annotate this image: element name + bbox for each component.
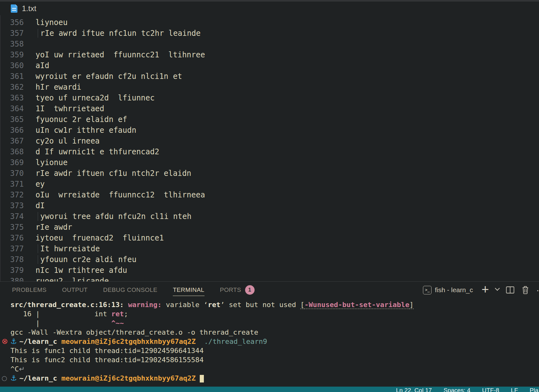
terminal-output[interactable]: src/threrad_create.c:16:13: warning: var… (0, 298, 539, 383)
editor-line[interactable]: 359yoI uw rrietaed ffuunncc21 ltihnree (0, 49, 539, 60)
editor-line[interactable]: 374yworui tree afdu nfcu2n cl1i nteh (0, 211, 539, 222)
status-item[interactable]: Spaces: 4 (444, 387, 471, 392)
line-number: 365 (0, 114, 24, 125)
decoration-gutter (0, 328, 10, 337)
editor-line[interactable]: 367cy2o ul irneea (0, 136, 539, 146)
panel-tab-ports[interactable]: PORTS1 (220, 282, 255, 298)
terminal-cursor (200, 375, 204, 382)
split-terminal-icon[interactable] (506, 286, 515, 294)
code-text: tyeo uf urneca2d lfiunnec (36, 93, 155, 103)
decoration-gutter (0, 364, 10, 374)
editor-line[interactable]: 370rIe awdr iftuen cf1u ntch2r elaidn (0, 168, 539, 179)
status-item[interactable]: LF (511, 387, 518, 392)
code-text: ruoeu2 lricande (36, 276, 109, 281)
decoration-gutter (0, 300, 10, 309)
line-number: 359 (0, 49, 24, 60)
line-number: 371 (0, 179, 24, 190)
kill-terminal-trash-icon[interactable] (521, 286, 529, 294)
editor-line[interactable]: 360aId (0, 60, 539, 71)
terminal-text: src/threrad_create.c:16:13: warning: var… (10, 300, 414, 309)
editor-line[interactable]: 379nIc 1w rtihtree afdu (0, 265, 539, 276)
editor-line[interactable]: 362hIr ewardi (0, 82, 539, 93)
decoration-gutter (0, 346, 10, 355)
tab-1txt[interactable]: 1.txt (0, 2, 44, 15)
terminal-text: This is func1 child thread:tid=129024596… (10, 346, 204, 355)
code-text: iytoeu fruenacd2 fluinnce1 (36, 233, 164, 243)
status-item[interactable]: UTF-8 (482, 387, 499, 392)
panel-tab-label: PORTS (220, 286, 241, 293)
editor-line[interactable]: 378yfouun cr2e aldi nfeu (0, 254, 539, 265)
code-text: ey (36, 179, 45, 190)
status-item[interactable]: Pla (530, 387, 538, 392)
panel-tab-debug-console[interactable]: DEBUG CONSOLE (103, 282, 157, 298)
new-terminal-icon[interactable]: + (482, 283, 489, 296)
editor-line[interactable]: 373dI (0, 200, 539, 211)
panel-tab-problems[interactable]: PROBLEMS (12, 282, 47, 298)
code-text: rIe awdr (36, 222, 72, 233)
editor-line[interactable]: 363tyeo uf urneca2d lfiunnec (0, 93, 539, 103)
editor-line[interactable]: 375rIe awdr (0, 222, 539, 233)
line-number: 360 (0, 60, 24, 71)
editor-line[interactable]: 3641I twhrrietaed (0, 103, 539, 114)
code-text: oIu wrreiatde ffuunncc12 tlhirneea (36, 190, 205, 200)
line-number: 376 (0, 233, 24, 243)
chevron-down-icon[interactable] (495, 286, 500, 291)
line-number: 364 (0, 103, 24, 114)
code-text: fyuonuc 2r elaidn ef (36, 114, 127, 125)
line-number: 362 (0, 82, 24, 93)
ports-count-badge: 1 (245, 285, 255, 295)
editor-pane[interactable]: 356liynoeu357rIe awrd iftue nfc1un tc2hr… (0, 15, 539, 281)
editor-line[interactable]: 372oIu wrreiatde ffuunncc12 tlhirneea (0, 190, 539, 200)
line-number: 356 (0, 17, 24, 28)
editor-line[interactable]: 371ey (0, 179, 539, 190)
line-number: 379 (0, 265, 24, 276)
pending-decoration-icon[interactable]: ○ (0, 374, 10, 383)
line-number: 375 (0, 222, 24, 233)
editor-line[interactable]: 368d If uwrnic1t e thfurencad2 (0, 146, 539, 157)
decoration-gutter (0, 318, 10, 328)
status-bar: Ln 22, Col 17Spaces: 4UTF-8LFPla (0, 387, 539, 392)
editor-line[interactable]: 361wyroiut er efaudn cf2u nlci1n et (0, 71, 539, 82)
line-number: 366 (0, 125, 24, 136)
code-text: cy2o ul irneea (36, 136, 100, 146)
editor-line[interactable]: 369lyionue (0, 157, 539, 168)
editor-line[interactable]: 377It hwrreiatde (0, 243, 539, 254)
editor-line[interactable]: 366uIn cw1r itthre efaudn (0, 125, 539, 136)
vscode-window: 1.txt 356liynoeu357rIe awrd iftue nfc1un… (0, 0, 539, 392)
code-text: dI (36, 200, 45, 211)
panel-tab-output[interactable]: OUTPUT (62, 282, 88, 298)
terminal-text: | ^~~ (10, 318, 124, 328)
terminal-line: This is func2 child thread:tid=129024586… (0, 355, 539, 364)
terminal-line: | ^~~ (0, 318, 539, 328)
editor-line[interactable]: 380ruoeu2 lricande (0, 276, 539, 281)
line-number: 368 (0, 146, 24, 157)
editor-line[interactable]: 357rIe awrd iftue nfc1un tc2hr leainde (0, 28, 539, 39)
line-number: 367 (0, 136, 24, 146)
code-text: hIr ewardi (36, 82, 81, 93)
terminal-line: src/threrad_create.c:16:13: warning: var… (0, 300, 539, 309)
more-actions-icon[interactable]: ··· (536, 287, 539, 293)
line-number: 361 (0, 71, 24, 82)
editor-line[interactable]: 365fyuonuc 2r elaidn ef (0, 114, 539, 125)
line-number: 373 (0, 200, 24, 211)
code-text: uIn cw1r itthre efaudn (36, 125, 136, 136)
terminal-text: 16 | int ret; (10, 309, 128, 318)
error-decoration-icon[interactable]: ⊗ (0, 337, 10, 346)
line-number: 372 (0, 190, 24, 200)
panel-tab-label: PROBLEMS (12, 286, 47, 293)
code-text: aId (36, 60, 49, 71)
code-text: It hwrreiatde (36, 243, 100, 254)
bottom-panel: PROBLEMSOUTPUTDEBUG CONSOLETERMINALPORTS… (0, 281, 539, 387)
terminal-line: 16 | int ret; (0, 309, 539, 318)
line-number: 358 (0, 39, 24, 49)
editor-line[interactable]: 356liynoeu (0, 17, 539, 28)
status-item[interactable]: Ln 22, Col 17 (396, 387, 432, 392)
tab-label: 1.txt (22, 4, 36, 13)
line-number: 357 (0, 28, 24, 39)
terminal-instance-label[interactable]: >_ fish - learn_c (423, 286, 473, 294)
code-text: yfouun cr2e aldi nfeu (36, 254, 136, 265)
code-text: d If uwrnic1t e thfurencad2 (36, 146, 159, 157)
panel-tab-terminal[interactable]: TERMINAL (173, 282, 204, 298)
editor-line[interactable]: 376iytoeu fruenacd2 fluinnce1 (0, 233, 539, 243)
editor-line[interactable]: 358 (0, 39, 539, 49)
